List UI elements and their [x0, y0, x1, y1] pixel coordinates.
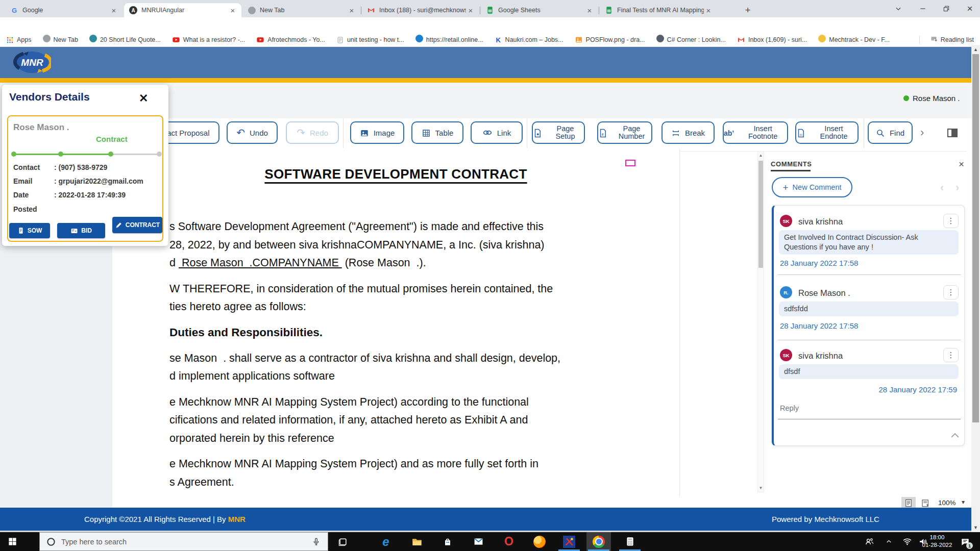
doc-scroll-down-icon[interactable]: ▼: [758, 486, 764, 490]
collapse-chevron-icon[interactable]: [950, 432, 960, 438]
browser-tab[interactable]: GGoogle×: [5, 3, 122, 17]
start-button[interactable]: [0, 532, 24, 551]
comment-menu-button[interactable]: ⋮: [943, 348, 959, 362]
browser-tab[interactable]: Inbox (188) - suri@mechknowsof×: [362, 3, 479, 17]
comments-prev-icon[interactable]: ‹: [940, 181, 944, 194]
bookmark-item[interactable]: What is a resistor? -...: [172, 35, 246, 44]
taskbar-icon-opera[interactable]: O: [497, 532, 521, 551]
mic-icon[interactable]: [312, 537, 321, 546]
doc-scroll-up-icon[interactable]: ▲: [758, 153, 764, 158]
comment-menu-button[interactable]: ⋮: [943, 285, 959, 299]
window-close-button[interactable]: ×: [960, 0, 980, 17]
toolbar-button-redo[interactable]: ↷Redo: [286, 121, 339, 144]
doc-line: s Agreement.: [169, 476, 234, 489]
taskbar-icon-paint-app[interactable]: [557, 532, 581, 551]
taskbar-icon-file-explorer[interactable]: [405, 532, 429, 551]
contract-button[interactable]: CONTRACT: [112, 217, 162, 233]
window-minimize-button[interactable]: [913, 0, 933, 17]
bookmark-item[interactable]: https://retail.online...: [415, 35, 483, 44]
people-icon[interactable]: [862, 532, 877, 551]
tab-close-icon[interactable]: ×: [228, 6, 237, 15]
toolbar-button-label: Image: [374, 129, 395, 137]
toolbar-button-page-number[interactable]: #Page Number: [597, 121, 652, 144]
comment-anchor-marker[interactable]: [625, 160, 635, 166]
scroll-thumb[interactable]: [972, 54, 979, 422]
bookmark-label: POSFlow.png - dra...: [586, 36, 645, 43]
toolbar-button-link[interactable]: Link: [471, 121, 523, 144]
zoom-caret-icon[interactable]: ▾: [962, 498, 965, 506]
browser-tab[interactable]: Final Tests of MNR AI Mapping Sy×: [600, 3, 717, 17]
toolbar-button-table[interactable]: Table: [411, 121, 463, 144]
clock-time: 18:00: [919, 534, 955, 541]
tab-close-icon[interactable]: ×: [109, 6, 118, 15]
bookmark-item[interactable]: Inbox (1,609) - suri...: [737, 35, 807, 44]
scroll-down-icon[interactable]: ▼: [971, 525, 980, 530]
taskbar-icon-mail[interactable]: [466, 532, 491, 551]
footer-brand[interactable]: MNR: [228, 515, 246, 523]
taskbar-icon-calculator[interactable]: [618, 532, 642, 551]
reading-list[interactable]: Reading list: [919, 36, 974, 44]
toolbar-overflow-chevron-icon[interactable]: ›: [920, 126, 924, 139]
toolbar-button-page-setup[interactable]: Page Setup: [532, 121, 585, 144]
bookmark-item[interactable]: C# Corner : Lookin...: [656, 35, 726, 44]
mnr-logo[interactable]: MNR: [13, 49, 51, 78]
tray-clock[interactable]: 18:00 01-28-2022: [919, 534, 955, 549]
toolbar-button-insert-endnote[interactable]: (ii)Insert Endnote: [795, 121, 859, 144]
taskbar-icon-store[interactable]: [435, 532, 460, 551]
toolbar-button-undo[interactable]: ↶Undo: [227, 121, 278, 144]
new-comment-button[interactable]: + New Comment: [772, 177, 852, 197]
panel-toggle-icon[interactable]: [947, 129, 958, 137]
toolbar-button-label: Page Number: [612, 125, 651, 140]
new-tab-button[interactable]: +: [741, 4, 754, 17]
browser-tab[interactable]: Google Sheets×: [481, 3, 598, 17]
bookmark-item[interactable]: POSFlow.png - dra...: [575, 35, 645, 44]
document-scrollbar[interactable]: ▲ ▼: [757, 151, 764, 492]
taskbar-icon-firefox[interactable]: [527, 532, 552, 551]
tray-chevron-up-icon[interactable]: [881, 532, 896, 551]
comments-close-icon[interactable]: ×: [959, 159, 964, 170]
browser-tab[interactable]: New Tab×: [243, 3, 360, 17]
scroll-up-icon[interactable]: ▲: [971, 47, 980, 52]
browser-tab[interactable]: AMNRUIAngular×: [124, 3, 241, 17]
bookmark-item[interactable]: Mechtrack - Dev - F...: [818, 35, 890, 44]
toolbar-button-insert-footnote[interactable]: ab’Insert Footnote: [723, 121, 788, 144]
wifi-icon[interactable]: [899, 532, 915, 551]
doc-text: d: [169, 257, 179, 269]
document-page[interactable]: SOFTWARE DEVELOPMENT CONTRACT s Software…: [112, 149, 680, 496]
bookmark-item[interactable]: New Tab: [43, 35, 78, 44]
vendor-close-icon[interactable]: ✕: [139, 92, 148, 105]
bookmark-favicon: [415, 35, 423, 44]
reply-input[interactable]: [779, 404, 960, 413]
doc-scroll-thumb[interactable]: [758, 161, 763, 268]
reply-input-underline: [778, 419, 961, 419]
bookmark-label: C# Corner : Lookin...: [667, 36, 726, 43]
window-chevron-button[interactable]: [888, 0, 909, 17]
bookmark-item[interactable]: unit testing - how t...: [336, 35, 404, 44]
vendor-field: Email: grpujari2022@gmail.com: [13, 177, 157, 185]
tab-close-icon[interactable]: ×: [704, 6, 713, 15]
tab-close-icon[interactable]: ×: [347, 6, 356, 15]
bookmark-favicon: [336, 35, 344, 44]
sow-button[interactable]: SOW: [9, 223, 50, 238]
break-icon: [671, 128, 680, 137]
browser-scrollbar[interactable]: ▲ ▼: [971, 45, 980, 532]
toolbar-button-image[interactable]: Image: [350, 121, 404, 144]
comments-next-icon[interactable]: ›: [955, 181, 959, 194]
toolbar-button-find[interactable]: Find: [868, 121, 913, 144]
tab-close-icon[interactable]: ×: [466, 6, 475, 15]
comment-menu-button[interactable]: ⋮: [943, 214, 959, 228]
vendor-field-label: Date: [13, 191, 29, 199]
toolbar-button-break[interactable]: Break: [662, 121, 715, 144]
bid-button[interactable]: =BID: [57, 223, 105, 238]
window-restore-button[interactable]: [936, 0, 957, 17]
bookmark-item[interactable]: 20 Short Life Quote...: [89, 35, 161, 44]
tab-close-icon[interactable]: ×: [585, 6, 594, 15]
taskbar-icon-chrome[interactable]: [586, 532, 611, 551]
taskbar-search[interactable]: Type here to search: [39, 532, 328, 551]
zoom-level[interactable]: 100%: [938, 499, 956, 507]
taskbar-icon-edge[interactable]: e: [374, 532, 398, 551]
taskbar-icon-task-view[interactable]: [331, 532, 355, 551]
bookmark-item[interactable]: Afrotechmods - Yo...: [256, 35, 325, 44]
bookmark-item[interactable]: Apps: [6, 35, 32, 44]
bookmark-item[interactable]: KNaukri.com – Jobs...: [495, 35, 564, 44]
